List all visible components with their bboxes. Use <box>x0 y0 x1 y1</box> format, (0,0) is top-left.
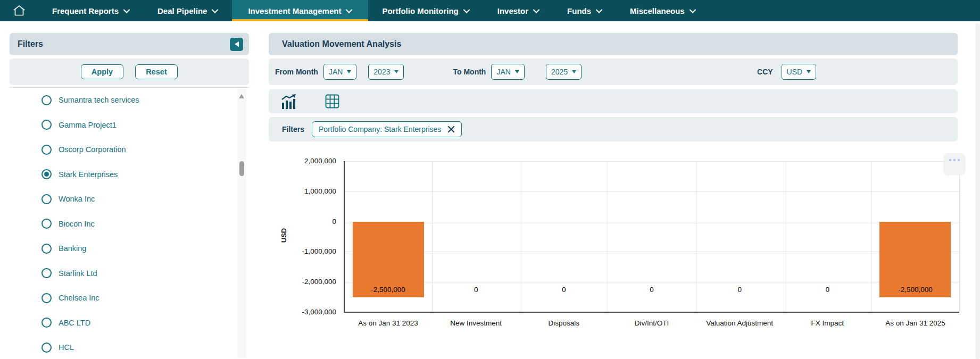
company-option-oscorp-corporation[interactable]: Oscorp Corporation <box>10 137 249 162</box>
bar-value-label: 0 <box>520 286 608 294</box>
nav-item-deal-pipeline[interactable]: Deal Pipeline <box>144 0 232 21</box>
scrollbar-thumb[interactable] <box>239 161 244 176</box>
radio-icon[interactable] <box>41 318 52 328</box>
chart-plot-area: 2,000,0001,000,0000-1,000,000-2,000,000-… <box>269 145 958 359</box>
radio-icon[interactable] <box>41 268 52 278</box>
ccy-select[interactable]: USD <box>782 64 817 80</box>
nav-item-investment-management[interactable]: Investment Management <box>232 0 368 21</box>
remove-filter-icon <box>447 126 455 133</box>
home-button[interactable] <box>0 0 38 21</box>
from-year-select[interactable]: 2023 <box>368 64 404 80</box>
category-label: FX Impact <box>784 319 871 327</box>
from-month-select[interactable]: JAN <box>323 64 356 80</box>
company-label: Oscorp Corporation <box>59 145 126 154</box>
category-label: Disposals <box>520 319 608 327</box>
radio-icon[interactable] <box>41 343 52 353</box>
chart-menu-button[interactable] <box>943 153 966 176</box>
radio-icon[interactable] <box>41 145 52 155</box>
company-option-hcl[interactable]: HCL <box>10 335 249 358</box>
bar-chart-icon <box>280 94 297 109</box>
radio-icon[interactable] <box>41 293 52 303</box>
ccy-label: CCY <box>757 68 773 76</box>
nav-item-miscellaneous[interactable]: Miscellaneous <box>616 0 710 21</box>
nav-item-funds[interactable]: Funds <box>553 0 616 21</box>
scroll-up-icon[interactable] <box>239 94 244 98</box>
company-option-stark-enterprises[interactable]: Stark Enterprises <box>10 162 249 187</box>
valuation-chart: USD 2,000,0001,000,0000-1,000,000-2,000,… <box>269 145 958 359</box>
category-label: Valuation Adjustment <box>696 319 784 327</box>
nav-item-portfolio-monitoring[interactable]: Portfolio Monitoring <box>368 0 483 21</box>
gridline <box>344 222 959 222</box>
radio-icon[interactable] <box>41 244 52 254</box>
company-label: ABC LTD <box>59 319 90 327</box>
y-tick-label: 2,000,000 <box>269 157 340 165</box>
y-tick-label: -3,000,000 <box>269 308 340 316</box>
gridline <box>344 161 959 162</box>
to-month-label: To Month <box>453 68 486 76</box>
company-list-scrollbar[interactable] <box>237 88 246 358</box>
category-label: Div/Int/OTI <box>608 319 695 327</box>
page-scrollbar[interactable] <box>975 23 980 359</box>
page-header: Valuation Movement Analysis <box>269 33 958 55</box>
chevron-down-icon <box>572 70 576 73</box>
company-option-chelsea-inc[interactable]: Chelsea Inc <box>10 286 249 311</box>
company-label: Banking <box>59 244 86 253</box>
company-label: Starlink Ltd <box>59 269 97 278</box>
bar-value-label: 0 <box>696 286 784 294</box>
company-label: Wonka Inc <box>59 195 95 203</box>
filter-chip-text: Portfolio Company: Stark Enterprises <box>319 125 441 133</box>
filters-panel-header: Filters <box>10 33 249 55</box>
company-option-banking[interactable]: Banking <box>10 236 249 261</box>
bar-value-label: -2,500,000 <box>344 286 432 294</box>
company-option-abc-ltd[interactable]: ABC LTD <box>10 311 249 336</box>
y-tick-label: 0 <box>269 218 340 226</box>
page-title: Valuation Movement Analysis <box>282 39 401 49</box>
radio-selected-icon[interactable] <box>41 169 52 179</box>
filter-chip[interactable]: Portfolio Company: Stark Enterprises <box>312 121 462 137</box>
radio-icon[interactable] <box>41 95 52 105</box>
company-label: Gamma Project1 <box>59 121 117 129</box>
chevron-down-icon <box>347 70 351 73</box>
radio-icon[interactable] <box>41 219 52 229</box>
gridline <box>959 161 960 312</box>
category-label: As on Jan 31 2025 <box>871 319 959 327</box>
to-month-select[interactable]: JAN <box>491 64 524 80</box>
bar-value-label: 0 <box>608 286 695 294</box>
chevron-down-icon <box>807 70 811 73</box>
chevron-down-icon <box>533 9 539 13</box>
chevron-down-icon <box>346 9 352 13</box>
collapse-sidebar-button[interactable] <box>230 38 243 51</box>
remove-filter-button[interactable] <box>447 126 455 133</box>
bar-value-label: 0 <box>432 286 520 294</box>
company-option-starlink-ltd[interactable]: Starlink Ltd <box>10 261 249 286</box>
filters-panel-title: Filters <box>18 39 43 49</box>
table-view-button[interactable] <box>325 94 339 108</box>
nav-item-frequent-reports[interactable]: Frequent Reports <box>38 0 144 21</box>
company-option-wonka-inc[interactable]: Wonka Inc <box>10 187 249 212</box>
company-option-sumantra-tech-services[interactable]: Sumantra tech services <box>10 88 249 113</box>
to-year-select[interactable]: 2025 <box>546 64 582 80</box>
y-tick-label: 1,000,000 <box>269 187 340 196</box>
company-label: Sumantra tech services <box>59 96 139 104</box>
chevron-down-icon <box>596 9 602 13</box>
apply-button[interactable]: Apply <box>81 64 123 79</box>
company-option-biocon-inc[interactable]: Biocon Inc <box>10 212 249 237</box>
filter-actions-row: Apply Reset <box>10 59 249 85</box>
applied-filters-row: Filters Portfolio Company: Stark Enterpr… <box>269 117 958 141</box>
gridline <box>344 191 959 192</box>
reset-button[interactable]: Reset <box>135 64 178 79</box>
gridline <box>344 282 959 282</box>
radio-icon[interactable] <box>41 120 52 130</box>
main-panel: Valuation Movement Analysis From Month J… <box>269 33 958 359</box>
view-toggle-row <box>269 89 958 113</box>
collapse-left-icon <box>235 41 239 47</box>
company-radio-list: Sumantra tech servicesGamma Project1Osco… <box>10 87 249 358</box>
company-option-gamma-project1[interactable]: Gamma Project1 <box>10 113 249 138</box>
bar-chart-view-button[interactable] <box>280 94 297 109</box>
y-tick-label: -2,000,000 <box>269 278 340 286</box>
chevron-down-icon <box>123 9 130 13</box>
y-tick-label: -1,000,000 <box>269 247 340 256</box>
applied-filters-label: Filters <box>282 125 304 133</box>
nav-item-investor[interactable]: Investor <box>484 0 553 21</box>
radio-icon[interactable] <box>41 194 52 204</box>
